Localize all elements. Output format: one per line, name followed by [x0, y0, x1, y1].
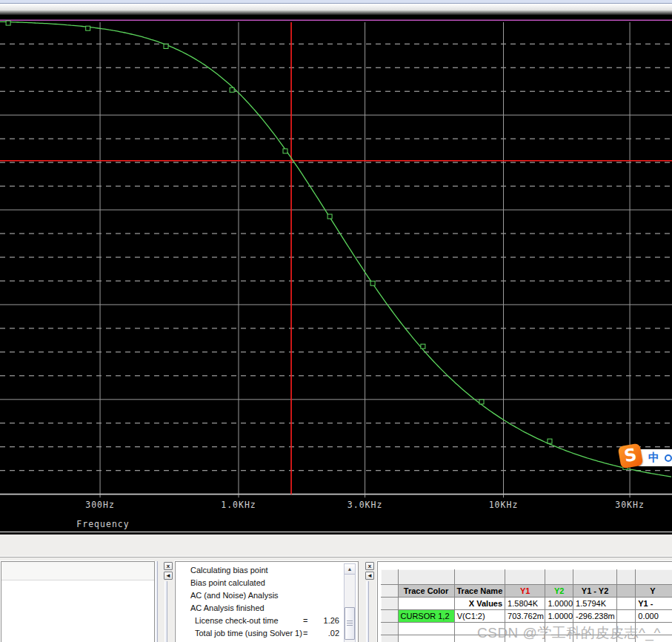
x-value-diff: 1.5794K: [573, 598, 617, 610]
cursor-partial: 0.000: [636, 610, 672, 623]
col-y1: Y1: [505, 585, 545, 598]
output-log-panel: Calculating bias point Bias point calcul…: [175, 561, 359, 642]
table-header-row: Trace Color Trace Name Y1 Y2 Y1 - Y2 Y: [382, 585, 672, 598]
log-line: AC (and Noise) Analysis: [176, 589, 342, 602]
trace-marker: [6, 21, 10, 25]
log-label: License check-out time: [195, 615, 279, 627]
log-line: License check-out time = 1.26: [176, 615, 342, 627]
trace-marker: [421, 344, 425, 348]
drag-grip[interactable]: [164, 581, 172, 642]
x-tick-label: 3.0KHz: [347, 500, 383, 510]
x-tick-label: 300Hz: [85, 500, 115, 510]
log-line: Calculating bias point: [176, 564, 342, 577]
x-tick-label: 1.0KHz: [221, 500, 256, 510]
scrollbar-thumb[interactable]: [345, 607, 355, 640]
watermark: CSDN @学工科的皮皮志^_^: [477, 623, 661, 642]
ime-badge[interactable]: S 中: [619, 445, 672, 471]
output-log-lines: Calculating bias point Bias point calcul…: [176, 564, 342, 640]
x-value-y2: 1.0000: [545, 598, 573, 610]
close-icon[interactable]: x: [365, 562, 374, 570]
cursor-badge: CURSOR 1,2: [398, 610, 454, 623]
dock-separator: [0, 556, 672, 557]
x-value-y1: 1.5804K: [505, 598, 545, 610]
x-values-label: X Values: [454, 598, 505, 610]
trace-marker: [86, 26, 90, 30]
toolbar-strip: [0, 4, 672, 10]
trace-marker: [164, 44, 168, 49]
trace-marker: [548, 439, 552, 443]
close-icon[interactable]: x: [164, 562, 173, 570]
blank-dock-panel-header: [1, 562, 154, 580]
col-y1-y2: Y1 - Y2: [573, 585, 617, 598]
table-row: [382, 570, 672, 585]
col-trace-color: Trace Color: [398, 585, 454, 598]
trace-name-cell: V(C1:2): [454, 610, 505, 623]
blank-dock-panel: [1, 561, 155, 642]
trace-marker: [479, 400, 484, 404]
x-tick-label: 30KHz: [615, 500, 645, 510]
scroll-up-icon[interactable]: ▲: [345, 564, 355, 575]
x-tick-label: 10KHz: [489, 500, 519, 510]
log-value: 1.26: [311, 615, 339, 627]
col-partial: Y: [636, 585, 672, 598]
log-eq: =: [303, 627, 307, 640]
ime-extra-icon[interactable]: [665, 454, 672, 462]
log-label: Total job time (using Solver 1): [195, 627, 302, 640]
dock-left-icon[interactable]: ◄: [164, 572, 173, 580]
cursor-diff: -296.238m: [573, 610, 617, 623]
trace-marker: [283, 149, 287, 153]
dock-splitter[interactable]: [155, 561, 162, 642]
pspice-probe-window: 300Hz1.0KHz3.0KHz10KHz30KHzFrequency S 中…: [0, 0, 672, 642]
cursor-y1: 703.762m: [505, 610, 545, 623]
x-value-partial: Y1 -: [636, 598, 672, 610]
dock-left-icon[interactable]: ◄: [365, 572, 374, 580]
output-log-controls: x ◄: [164, 562, 174, 642]
ime-chinese-mode-icon[interactable]: 中: [648, 451, 659, 463]
cursor-y2: 1.0000: [545, 610, 573, 623]
x-axis-title: Frequency: [76, 519, 129, 529]
trace-marker: [370, 281, 375, 285]
scrollbar[interactable]: ▲: [344, 563, 356, 642]
log-line: Total job time (using Solver 1) = .02: [176, 627, 342, 640]
probe-plot-area: 300Hz1.0KHz3.0KHz10KHz30KHzFrequency S 中: [0, 15, 672, 532]
cursor-row: CURSOR 1,2 V(C1:2) 703.762m 1.0000 -296.…: [382, 610, 672, 623]
trace-marker: [327, 214, 332, 219]
trace-marker: [230, 87, 234, 92]
log-line: Bias point calculated: [176, 577, 342, 589]
trace-V(C1:2)[interactable]: [0, 21, 671, 477]
log-value: .02: [311, 627, 339, 640]
x-values-row: X Values 1.5804K 1.0000 1.5794K Y1 -: [382, 598, 672, 610]
frequency-response-chart: 300Hz1.0KHz3.0KHz10KHz30KHzFrequency: [0, 15, 672, 532]
drag-grip[interactable]: [366, 581, 373, 642]
log-eq: =: [303, 615, 307, 627]
log-line: AC Analysis finished: [176, 602, 342, 615]
cursor-table-controls: x ◄: [365, 562, 376, 642]
sogou-logo-icon[interactable]: S: [618, 443, 644, 469]
col-trace-name: Trace Name: [454, 585, 505, 598]
col-y2: Y2: [545, 585, 573, 598]
